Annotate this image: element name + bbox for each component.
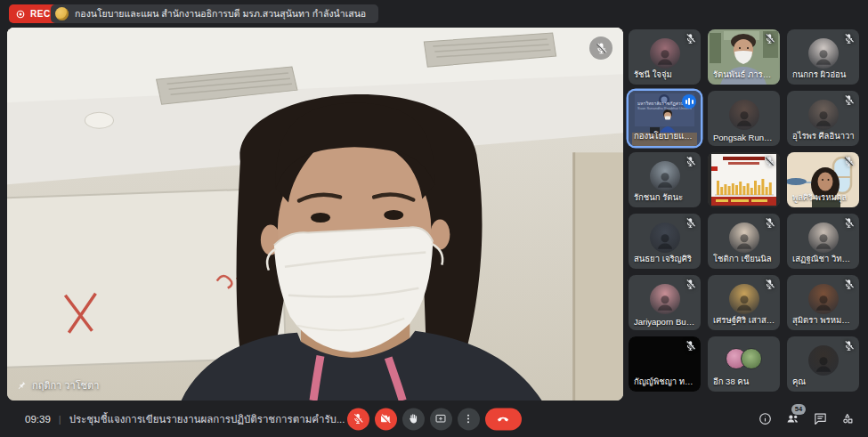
avatar bbox=[650, 161, 680, 191]
chat-button[interactable] bbox=[810, 409, 830, 429]
avatar bbox=[729, 223, 759, 253]
participant-tile[interactable]: รัตนพันธ์ ภารวดา bbox=[708, 29, 780, 85]
participant-name: รักชนก รัตนะ bbox=[634, 190, 696, 204]
avatar bbox=[808, 38, 839, 69]
mic-off-icon bbox=[764, 156, 775, 167]
participant-tile[interactable]: กนกกร ผิวอ่อน bbox=[787, 29, 859, 85]
participant-tile[interactable]: อีก 38 คน bbox=[708, 336, 780, 392]
mic-off-icon bbox=[685, 279, 696, 290]
participant-name: เสฏฐณิชา วิทยาถาวร bbox=[792, 252, 855, 265]
meeting-details-button[interactable] bbox=[755, 409, 775, 429]
participant-name: สนธยา เจริญศิริ bbox=[634, 252, 696, 265]
participant-tile[interactable]: มหาวิทยาลัยราชภัฏสวนสุนันทา Suan Sunandh… bbox=[629, 91, 701, 146]
activities-button[interactable] bbox=[838, 409, 857, 429]
participant-tile[interactable]: รักชนก รัตนะ bbox=[629, 152, 701, 207]
camera-toggle-button[interactable] bbox=[375, 408, 397, 430]
mic-toggle-button[interactable] bbox=[347, 408, 369, 430]
mic-off-icon bbox=[843, 33, 855, 45]
audio-speaking-indicator bbox=[682, 94, 696, 109]
meeting-title: ประชุมชี้แจงการเขียนรายงานผลการปฏิบัติรา… bbox=[69, 411, 345, 427]
rec-label: REC bbox=[30, 9, 51, 19]
participant-tile[interactable]: โชติกา เขียนนิล bbox=[708, 214, 780, 269]
presenting-text: กองนโยบายและแผน สำนักงานอธิการบดี มรภ.สว… bbox=[75, 6, 366, 21]
avatar bbox=[808, 100, 839, 130]
mic-off-icon bbox=[843, 94, 855, 106]
participant-name: โชติกา เขียนนิล bbox=[713, 252, 775, 265]
present-screen-button[interactable] bbox=[430, 408, 452, 430]
raise-hand-button[interactable] bbox=[402, 408, 425, 430]
avatar bbox=[729, 284, 759, 314]
call-controls bbox=[347, 408, 522, 430]
mic-off-icon bbox=[589, 36, 612, 60]
meeting-info: 09:39 | ประชุมชี้แจงการเขียนรายงานผลการป… bbox=[25, 401, 345, 437]
video-call-window: REC กองนโยบายและแผน สำนักงานอธิการบดี มร… bbox=[0, 0, 868, 437]
mic-off-icon bbox=[843, 156, 855, 167]
pinned-participant-label: กฤติกา วาโชตา bbox=[16, 377, 99, 393]
avatar bbox=[650, 223, 680, 253]
avatar bbox=[741, 348, 762, 369]
participant-tile[interactable]: คุณ bbox=[787, 336, 859, 392]
participant-name: เศรษฐ์ศิริ เสาสะพาน bbox=[713, 313, 775, 327]
participant-name: คุณ bbox=[792, 375, 855, 388]
presenter-avatar-icon bbox=[55, 7, 69, 20]
participant-name: พูลศิริ พรหมกุล bbox=[792, 190, 855, 204]
mic-off-icon bbox=[843, 279, 855, 290]
mic-off-icon bbox=[685, 340, 696, 352]
top-bar: REC กองนโยบายและแผน สำนักงานอธิการบดี มร… bbox=[0, 0, 868, 27]
end-call-button[interactable] bbox=[485, 408, 522, 430]
participant-tile[interactable] bbox=[708, 152, 780, 207]
participant-tile[interactable]: Pongsak Rungsong bbox=[708, 91, 780, 146]
participant-name: กองนโยบายและแผน bbox=[634, 129, 696, 142]
participant-name: อีก 38 คน bbox=[713, 375, 775, 388]
participant-tile[interactable]: อุไรพร ศีลอินาวา bbox=[787, 91, 859, 146]
main-video-scene bbox=[7, 28, 623, 401]
participant-grid: รัชนี ใจจุ่ม bbox=[629, 29, 859, 392]
participant-tile[interactable]: กัญญ์พิชญา ทองส์ภั... bbox=[629, 336, 701, 392]
participant-name: สุมิตรา พรหมขุนทอง bbox=[792, 313, 855, 327]
participant-tile[interactable]: เสฏฐณิชา วิทยาถาวร bbox=[787, 214, 859, 269]
participant-name: กนกกร ผิวอ่อน bbox=[792, 68, 855, 81]
participant-name: อุไรพร ศีลอินาวา bbox=[792, 129, 855, 142]
presenting-banner: กองนโยบายและแผน สำนักงานอธิการบดี มรภ.สว… bbox=[51, 4, 378, 23]
divider: | bbox=[59, 414, 61, 425]
avatar bbox=[808, 345, 839, 376]
mic-off-icon bbox=[843, 340, 855, 352]
avatar bbox=[729, 100, 759, 130]
stacked-avatars bbox=[726, 348, 762, 369]
participant-tile[interactable]: เศรษฐ์ศิริ เสาสะพาน bbox=[708, 275, 780, 330]
mic-off-icon bbox=[843, 217, 855, 229]
participant-name: กัญญ์พิชญา ทองส์ภั... bbox=[634, 375, 696, 388]
mic-off-icon bbox=[685, 156, 696, 167]
mic-off-icon bbox=[764, 279, 775, 290]
mic-off-icon bbox=[764, 33, 775, 45]
record-icon bbox=[15, 9, 26, 20]
participant-name: Pongsak Rungsong bbox=[713, 133, 775, 142]
clock-time: 09:39 bbox=[25, 414, 51, 425]
participant-tile[interactable]: Jariyaporn Buarap... bbox=[629, 275, 701, 330]
bottom-bar: 09:39 | ประชุมชี้แจงการเขียนรายงานผลการป… bbox=[0, 401, 868, 437]
participant-name: Jariyaporn Buarap... bbox=[634, 317, 696, 327]
participant-tile[interactable]: สุมิตรา พรหมขุนทอง bbox=[787, 275, 859, 330]
main-video-tile[interactable]: กฤติกา วาโชตา bbox=[7, 28, 623, 401]
avatar bbox=[650, 38, 680, 69]
participant-tile[interactable]: พูลศิริ พรหมกุล bbox=[787, 152, 859, 207]
avatar bbox=[808, 223, 839, 253]
pin-icon bbox=[16, 380, 27, 391]
more-options-button[interactable] bbox=[458, 408, 480, 430]
participant-name: รัชนี ใจจุ่ม bbox=[634, 68, 696, 81]
mic-off-icon bbox=[685, 217, 696, 229]
mic-off-icon bbox=[685, 33, 696, 45]
participant-tile[interactable]: สนธยา เจริญศิริ bbox=[629, 214, 701, 269]
participant-tile[interactable]: รัชนี ใจจุ่ม bbox=[629, 29, 701, 85]
mic-off-icon bbox=[764, 217, 775, 229]
avatar bbox=[808, 284, 839, 314]
avatar bbox=[650, 284, 680, 314]
participant-name-text: กฤติกา วาโชตา bbox=[32, 377, 99, 393]
panel-buttons: 54 bbox=[755, 409, 857, 429]
participant-count-badge: 54 bbox=[791, 404, 806, 415]
participant-name: รัตนพันธ์ ภารวดา bbox=[713, 68, 775, 81]
